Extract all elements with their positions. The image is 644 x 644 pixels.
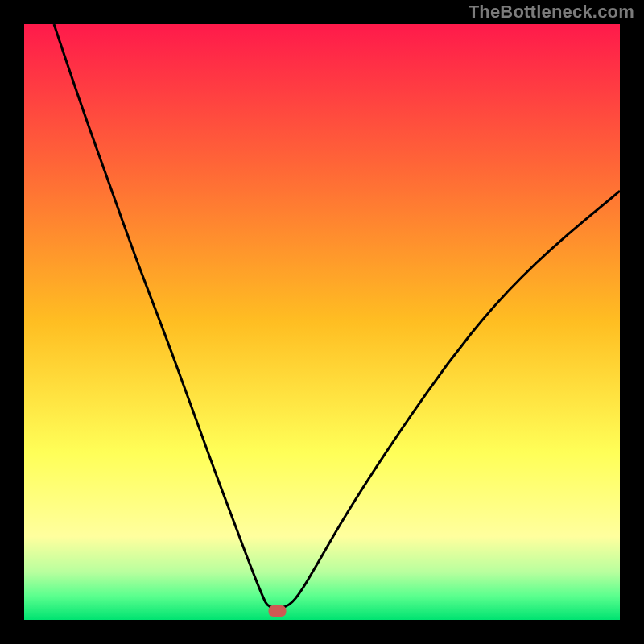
plot-background xyxy=(24,24,620,620)
optimal-marker xyxy=(269,605,287,617)
bottleneck-chart xyxy=(0,0,644,644)
chart-frame: TheBottleneck.com xyxy=(0,0,644,644)
